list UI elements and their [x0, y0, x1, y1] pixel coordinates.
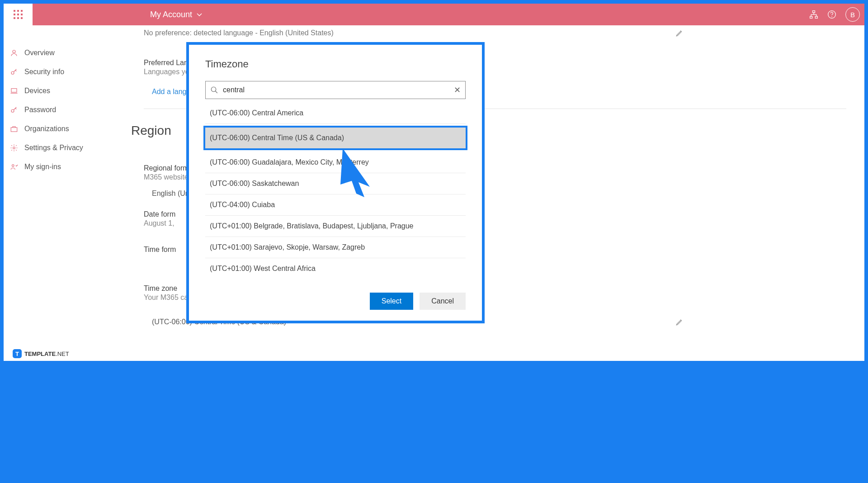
user-icon	[10, 49, 18, 57]
timezone-list: (UTC-06:00) Central America (UTC-06:00) …	[205, 103, 466, 279]
timezone-option[interactable]: (UTC-04:00) Cuiaba	[205, 194, 466, 216]
annotation-arrow-icon	[338, 148, 374, 198]
sidebar-item-signins[interactable]: My sign-ins	[4, 157, 117, 176]
app-frame: My Account B Overview Security info Devi…	[4, 4, 864, 361]
svg-point-8	[11, 109, 14, 112]
briefcase-icon	[10, 125, 18, 133]
svg-point-12	[211, 87, 216, 92]
key-icon	[10, 106, 18, 114]
key-icon	[10, 68, 18, 76]
svg-point-6	[11, 71, 14, 74]
sidebar-item-label: Settings & Privacy	[24, 144, 83, 152]
svg-rect-9	[11, 128, 17, 132]
app-launcher-button[interactable]	[4, 4, 33, 25]
svg-rect-0	[813, 11, 815, 13]
timezone-option-selected[interactable]: (UTC-06:00) Central Time (US & Canada)	[203, 126, 467, 150]
timezone-option[interactable]: (UTC+01:00) Sarajevo, Skopje, Warsaw, Za…	[205, 237, 466, 258]
sidebar-item-overview[interactable]: Overview	[4, 43, 117, 62]
sidebar-item-label: Overview	[24, 49, 55, 57]
help-icon[interactable]	[827, 10, 836, 19]
svg-point-5	[13, 50, 15, 53]
topbar-right: B	[809, 7, 860, 22]
svg-rect-1	[810, 16, 812, 18]
watermark-light: .NET	[56, 350, 69, 357]
detected-language-text: No preference: detected language - Engli…	[144, 29, 334, 37]
waffle-icon	[14, 10, 23, 19]
sitemap-icon[interactable]	[809, 10, 818, 19]
sidebar-item-label: Organizations	[24, 125, 69, 133]
sidebar-item-security[interactable]: Security info	[4, 62, 117, 81]
watermark-bold: TEMPLATE	[24, 350, 56, 357]
svg-point-4	[832, 17, 832, 17]
sidebar-item-devices[interactable]: Devices	[4, 81, 117, 100]
select-button[interactable]: Select	[370, 293, 413, 310]
clear-icon[interactable]: ✕	[454, 85, 461, 95]
pencil-icon[interactable]	[675, 29, 684, 37]
chevron-down-icon	[196, 11, 203, 18]
add-language-link[interactable]: Add a lang	[152, 88, 187, 96]
signin-icon	[10, 163, 18, 171]
modal-actions: Select Cancel	[205, 293, 466, 310]
svg-point-11	[12, 165, 14, 167]
search-box[interactable]: ✕	[205, 81, 466, 99]
search-input[interactable]	[223, 86, 454, 94]
search-icon	[210, 86, 218, 94]
sidebar: Overview Security info Devices Password …	[4, 25, 117, 361]
avatar-initial: B	[850, 11, 855, 19]
sidebar-item-settings[interactable]: Settings & Privacy	[4, 138, 117, 157]
pencil-icon[interactable]	[675, 318, 684, 326]
modal-title: Timezone	[205, 58, 466, 70]
watermark: T TEMPLATE.NET	[13, 349, 69, 358]
user-avatar[interactable]: B	[845, 7, 860, 22]
timezone-option[interactable]: (UTC-06:00) Guadalajara, Mexico City, Mo…	[205, 152, 466, 173]
page-title-dropdown[interactable]: My Account	[150, 10, 203, 19]
timezone-option[interactable]: (UTC-06:00) Central America	[205, 103, 466, 124]
cancel-button[interactable]: Cancel	[420, 293, 466, 310]
svg-rect-7	[11, 89, 17, 92]
watermark-badge: T	[13, 349, 22, 358]
sidebar-item-label: Security info	[24, 68, 64, 76]
topbar: My Account B	[4, 4, 864, 25]
sidebar-item-label: My sign-ins	[24, 163, 61, 171]
sidebar-item-organizations[interactable]: Organizations	[4, 119, 117, 138]
laptop-icon	[10, 87, 18, 95]
sidebar-item-label: Devices	[24, 87, 50, 95]
svg-point-10	[13, 147, 15, 149]
page-title: My Account	[150, 10, 192, 19]
gear-icon	[10, 144, 18, 152]
timezone-option[interactable]: (UTC+01:00) Belgrade, Bratislava, Budape…	[205, 216, 466, 237]
timezone-modal: Timezone ✕ (UTC-06:00) Central America (…	[186, 42, 485, 323]
timezone-option[interactable]: (UTC+01:00) West Central Africa	[205, 258, 466, 279]
sidebar-item-password[interactable]: Password	[4, 100, 117, 119]
sidebar-item-label: Password	[24, 106, 56, 114]
timezone-option[interactable]: (UTC-06:00) Saskatchewan	[205, 173, 466, 194]
svg-rect-2	[815, 16, 817, 18]
